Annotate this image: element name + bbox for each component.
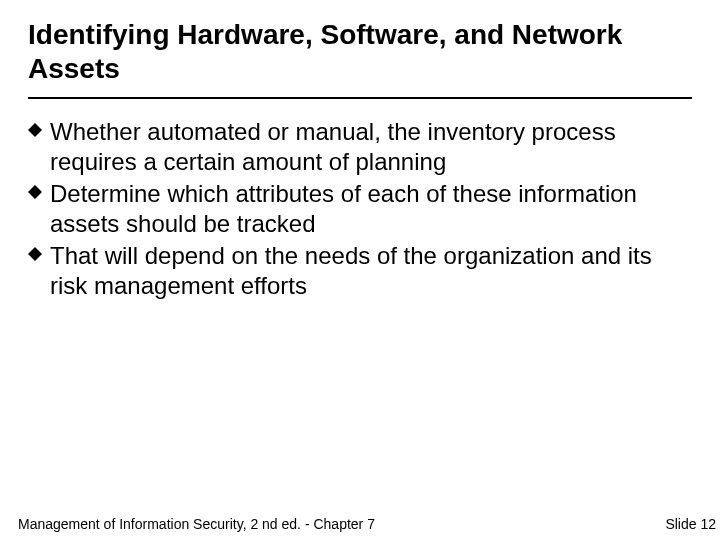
footer-right: Slide 12 [665, 516, 716, 532]
title-underline [28, 97, 692, 99]
bullet-text: Determine which attributes of each of th… [50, 180, 637, 237]
svg-marker-2 [28, 247, 42, 261]
list-item: That will depend on the needs of the org… [28, 241, 692, 301]
slide-title: Identifying Hardware, Software, and Netw… [28, 18, 692, 95]
diamond-icon [28, 247, 42, 261]
diamond-icon [28, 123, 42, 137]
bullet-text: Whether automated or manual, the invento… [50, 118, 616, 175]
svg-marker-1 [28, 185, 42, 199]
slide: Identifying Hardware, Software, and Netw… [0, 0, 720, 540]
footer-left: Management of Information Security, 2 nd… [18, 516, 375, 532]
list-item: Whether automated or manual, the invento… [28, 117, 692, 177]
diamond-icon [28, 185, 42, 199]
bullet-list: Whether automated or manual, the invento… [28, 117, 692, 301]
svg-marker-0 [28, 123, 42, 137]
slide-footer: Management of Information Security, 2 nd… [18, 516, 716, 532]
list-item: Determine which attributes of each of th… [28, 179, 692, 239]
bullet-text: That will depend on the needs of the org… [50, 242, 652, 299]
